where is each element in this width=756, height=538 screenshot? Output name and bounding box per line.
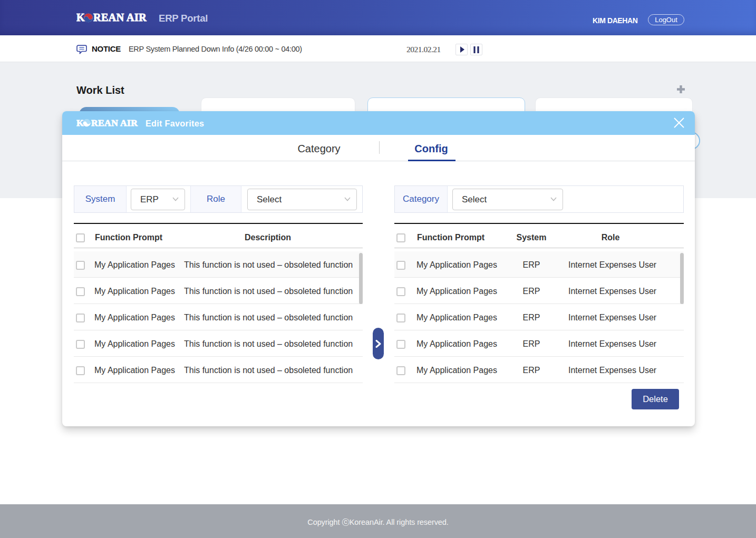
svg-text:REAN AIR: REAN AIR <box>91 118 138 128</box>
svg-text:REAN AIR: REAN AIR <box>93 13 147 23</box>
svg-text:K: K <box>76 118 84 128</box>
svg-text:K: K <box>76 13 85 23</box>
